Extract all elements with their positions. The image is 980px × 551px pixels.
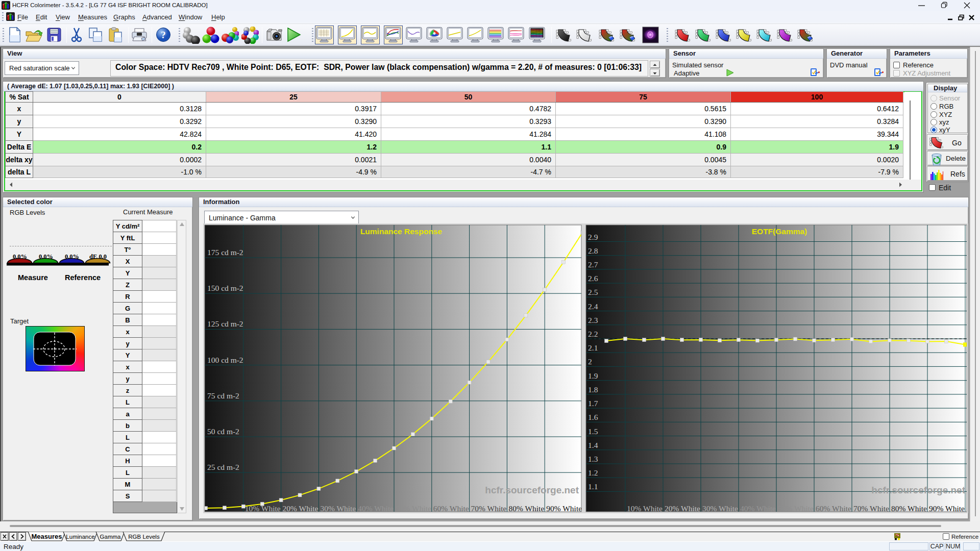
svg-text:90% White: 90% White xyxy=(929,504,965,513)
svg-text:RGB Levels: RGB Levels xyxy=(128,534,160,540)
svg-text:EOTF(Gamma): EOTF(Gamma) xyxy=(752,227,807,236)
svg-text:175 cd m-2: 175 cd m-2 xyxy=(207,248,243,257)
svg-text:70% White: 70% White xyxy=(471,504,507,513)
svg-text:100 cd m-2: 100 cd m-2 xyxy=(207,356,243,364)
svg-text:2.7: 2.7 xyxy=(588,260,598,269)
svg-text:hcfr.sourceforge.net: hcfr.sourceforge.net xyxy=(871,485,965,495)
svg-text:25 cd m-2: 25 cd m-2 xyxy=(207,463,239,471)
svg-text:50 cd m-2: 50 cd m-2 xyxy=(207,427,239,436)
svg-text:1.7: 1.7 xyxy=(588,399,598,408)
svg-text:Measures: Measures xyxy=(32,533,62,540)
svg-text:2.8: 2.8 xyxy=(588,246,598,255)
svg-text:?: ? xyxy=(161,30,166,40)
svg-text:10% White: 10% White xyxy=(627,504,663,513)
svg-text:40% White: 40% White xyxy=(358,504,394,513)
svg-text:80% White: 80% White xyxy=(508,504,544,513)
svg-text:30% White: 30% White xyxy=(320,504,356,513)
svg-text:90% White: 90% White xyxy=(546,504,582,513)
svg-text:50% White: 50% White xyxy=(778,504,814,513)
svg-text:hcfr.sourceforge.net: hcfr.sourceforge.net xyxy=(485,485,579,495)
svg-text:20% White: 20% White xyxy=(665,504,700,513)
svg-text:40% White: 40% White xyxy=(740,504,776,513)
svg-text:20% White: 20% White xyxy=(283,504,318,513)
svg-text:2: 2 xyxy=(588,357,592,366)
svg-text:30% White: 30% White xyxy=(702,504,738,513)
svg-text:1.9: 1.9 xyxy=(588,371,598,380)
svg-text:70% White: 70% White xyxy=(853,504,889,513)
svg-text:2.3: 2.3 xyxy=(588,316,598,324)
svg-text:2.6: 2.6 xyxy=(588,274,598,283)
svg-text:Gamma: Gamma xyxy=(100,534,121,540)
svg-text:125 cd m-2: 125 cd m-2 xyxy=(207,319,243,328)
svg-text:1.1: 1.1 xyxy=(588,482,598,491)
svg-text:2.4: 2.4 xyxy=(588,302,598,311)
svg-text:60% White: 60% White xyxy=(816,504,851,513)
svg-text:2.2: 2.2 xyxy=(588,330,598,338)
svg-text:1.3: 1.3 xyxy=(588,455,598,463)
svg-text:50% White: 50% White xyxy=(396,504,431,513)
svg-text:2.5: 2.5 xyxy=(588,288,598,296)
svg-text:Luminance: Luminance xyxy=(66,534,94,540)
svg-text:2.1: 2.1 xyxy=(588,343,598,352)
svg-text:60% White: 60% White xyxy=(433,504,469,513)
svg-text:2.9: 2.9 xyxy=(588,233,598,241)
svg-text:Luminance Response: Luminance Response xyxy=(360,227,443,236)
svg-text:1.6: 1.6 xyxy=(588,413,598,421)
svg-text:150 cd m-2: 150 cd m-2 xyxy=(207,284,243,292)
svg-text:1.2: 1.2 xyxy=(588,468,598,477)
svg-text:1.5: 1.5 xyxy=(588,427,598,436)
svg-text:80% White: 80% White xyxy=(891,504,927,513)
svg-text:1.4: 1.4 xyxy=(588,441,598,449)
svg-text:1.8: 1.8 xyxy=(588,385,598,394)
svg-text:75 cd m-2: 75 cd m-2 xyxy=(207,391,239,400)
